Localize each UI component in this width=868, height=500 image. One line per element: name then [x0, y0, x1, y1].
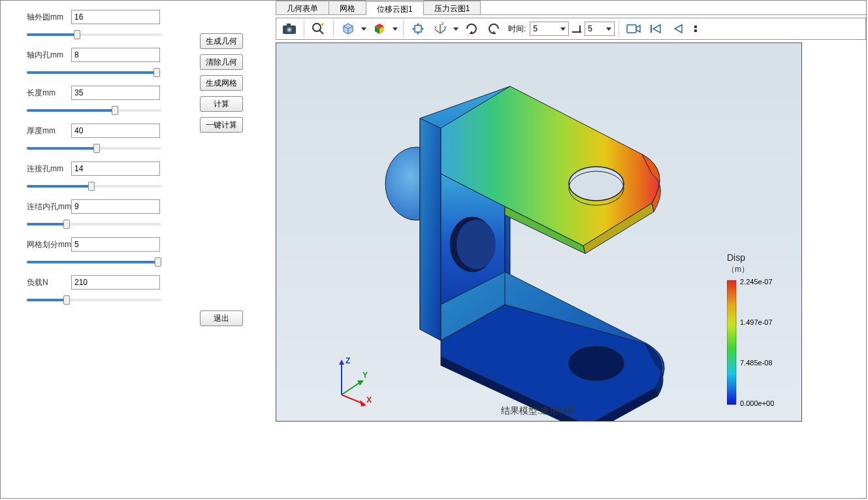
- param-label: 厚度mm: [27, 125, 71, 137]
- svg-text:7.485e-08: 7.485e-08: [740, 359, 773, 367]
- tab-1[interactable]: 网格: [329, 1, 366, 14]
- svg-rect-16: [651, 25, 652, 33]
- param-input-1[interactable]: [71, 48, 160, 62]
- svg-text:Z: Z: [346, 356, 350, 365]
- svg-line-27: [342, 382, 361, 395]
- svg-line-9: [440, 29, 445, 33]
- param-slider-7[interactable]: [27, 293, 161, 305]
- one-click-compute-button[interactable]: 一键计算: [200, 117, 243, 133]
- svg-line-5: [319, 30, 323, 34]
- clear-geometry-button[interactable]: 清除几何: [200, 54, 243, 70]
- svg-text:Y: Y: [362, 371, 368, 380]
- param-row-7: 负载N: [27, 275, 164, 305]
- time-step: 5: [588, 24, 592, 33]
- param-label: 负载N: [27, 277, 71, 288]
- param-input-0[interactable]: [71, 10, 160, 24]
- viewport-toolbar: zxy 时间: 5 5: [276, 18, 866, 40]
- separator: [333, 20, 334, 37]
- rotate-cw-icon[interactable]: [461, 20, 482, 38]
- param-slider-2[interactable]: [27, 104, 161, 116]
- separator: [304, 20, 304, 37]
- param-row-3: 厚度mm: [27, 124, 164, 154]
- param-slider-4[interactable]: [27, 180, 161, 192]
- svg-text:2.245e-07: 2.245e-07: [740, 278, 773, 286]
- skip-back-icon[interactable]: [645, 20, 666, 38]
- tab-0[interactable]: 几何表单: [276, 1, 329, 14]
- time-step-combo[interactable]: 5: [585, 22, 615, 36]
- time-value-combo[interactable]: 5: [530, 22, 569, 36]
- svg-rect-1: [287, 24, 291, 26]
- param-input-5[interactable]: [71, 199, 160, 214]
- svg-point-3: [288, 29, 291, 31]
- dropdown-arrow-icon[interactable]: [360, 20, 368, 38]
- separator: [619, 20, 619, 37]
- param-slider-6[interactable]: [27, 256, 161, 267]
- svg-text:1.497e-07: 1.497e-07: [740, 318, 773, 326]
- param-input-7[interactable]: [71, 275, 160, 290]
- colorbar-unit: （m）: [727, 264, 792, 275]
- exit-button[interactable]: 退出: [200, 310, 243, 326]
- param-label: 连结内孔mm: [27, 201, 71, 212]
- model-title: 结果模型:通用分析: [276, 405, 801, 417]
- svg-point-20: [569, 167, 624, 201]
- time-label: 时间:: [508, 24, 526, 35]
- param-slider-1[interactable]: [27, 66, 161, 78]
- param-row-1: 轴内孔mm: [27, 48, 164, 78]
- cube-color-icon[interactable]: [369, 20, 390, 38]
- dropdown-arrow-icon[interactable]: [452, 20, 460, 38]
- time-end-icon[interactable]: [570, 20, 583, 38]
- param-row-4: 连接孔mm: [27, 161, 164, 192]
- param-label: 连接孔mm: [27, 163, 71, 175]
- cube-solid-icon[interactable]: [338, 20, 359, 38]
- compute-button[interactable]: 计算: [200, 96, 243, 112]
- param-row-6: 网格划分mm: [27, 237, 164, 267]
- param-input-3[interactable]: [71, 124, 160, 138]
- viewport-3d[interactable]: Z Y X 结果模型:通用分析 Disp （m）: [276, 42, 802, 422]
- svg-text:0.000e+00: 0.000e+00: [740, 399, 774, 407]
- rotate-ccw-icon[interactable]: [483, 20, 504, 38]
- svg-point-24: [569, 346, 624, 380]
- svg-rect-31: [727, 280, 736, 405]
- param-label: 长度mm: [27, 88, 71, 99]
- zoom-selection-icon[interactable]: [308, 20, 329, 38]
- separator: [403, 20, 404, 37]
- svg-rect-17: [694, 25, 697, 28]
- svg-rect-18: [694, 29, 697, 32]
- param-input-6[interactable]: [71, 237, 160, 252]
- tab-2[interactable]: 位移云图1: [366, 1, 424, 15]
- param-label: 轴外圆mm: [27, 12, 71, 23]
- param-slider-3[interactable]: [27, 142, 161, 154]
- param-input-2[interactable]: [71, 86, 160, 100]
- svg-text:x: x: [434, 25, 437, 29]
- svg-rect-14: [579, 25, 581, 33]
- param-slider-0[interactable]: [27, 28, 161, 40]
- svg-rect-6: [415, 25, 421, 32]
- param-input-4[interactable]: [71, 161, 160, 176]
- svg-line-8: [435, 29, 440, 33]
- colorbar: Disp （m） 2.245e-07: [727, 252, 792, 408]
- video-camera-icon[interactable]: [623, 20, 644, 38]
- play-back-icon[interactable]: [667, 20, 688, 38]
- dropdown-arrow-icon[interactable]: [391, 20, 399, 38]
- param-label: 轴内孔mm: [27, 50, 71, 61]
- time-value: 5: [533, 24, 538, 33]
- axis-gizmo: Z Y X: [329, 356, 381, 408]
- svg-text:X: X: [366, 395, 372, 405]
- param-row-5: 连结内孔mm: [27, 199, 164, 229]
- axis-xyz-icon[interactable]: zxy: [430, 20, 451, 38]
- camera-icon[interactable]: [279, 20, 300, 38]
- svg-text:y: y: [444, 25, 447, 30]
- svg-point-23: [457, 220, 496, 269]
- param-row-2: 长度mm: [27, 86, 164, 116]
- pan-icon[interactable]: [408, 20, 428, 38]
- param-slider-5[interactable]: [27, 218, 161, 229]
- generate-geometry-button[interactable]: 生成几何: [200, 33, 243, 49]
- more-icon[interactable]: [690, 20, 701, 38]
- param-label: 网格划分mm: [27, 239, 71, 250]
- tab-3[interactable]: 压力云图1: [423, 1, 481, 14]
- svg-rect-15: [627, 25, 636, 33]
- generate-mesh-button[interactable]: 生成网格: [200, 75, 243, 91]
- param-row-0: 轴外圆mm: [27, 10, 164, 40]
- colorbar-title: Disp: [727, 252, 792, 263]
